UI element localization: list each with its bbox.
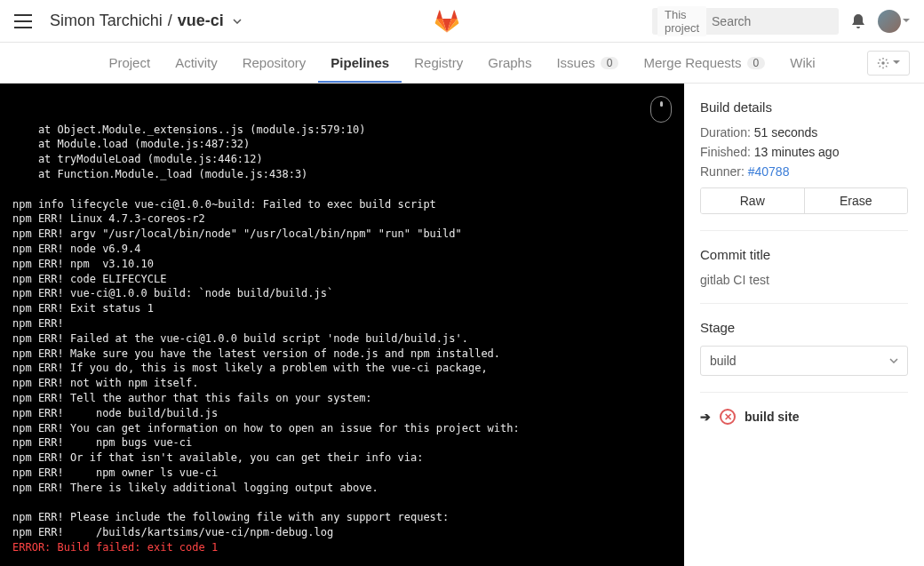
commit-message: gitlab CI test	[700, 273, 908, 287]
avatar	[878, 10, 901, 33]
nav-tabs: Project Activity Repository Pipelines Re…	[0, 43, 924, 84]
chevron-down-icon	[233, 19, 242, 24]
caret-down-icon	[893, 60, 900, 65]
error-line: ERROR: Build failed: exit code 1	[12, 540, 672, 555]
commit-title-heading: Commit title	[700, 247, 908, 262]
gear-icon	[877, 57, 889, 69]
tab-activity[interactable]: Activity	[163, 44, 230, 81]
finished-value: 13 minutes ago	[754, 145, 840, 159]
build-name: build site	[745, 410, 799, 424]
scroll-top-button[interactable]	[650, 96, 672, 123]
tab-merge-requests[interactable]: Merge Requests0	[631, 44, 777, 81]
build-details-title: Build details	[700, 100, 908, 115]
breadcrumb-project: vue-ci	[178, 12, 224, 30]
chevron-down-icon	[889, 358, 898, 363]
breadcrumb-owner: Simon Tarchichi	[50, 12, 163, 30]
erase-button[interactable]: Erase	[805, 188, 908, 213]
settings-dropdown[interactable]	[867, 51, 910, 76]
gitlab-logo[interactable]	[434, 9, 459, 34]
bell-icon[interactable]	[851, 13, 865, 29]
tab-project[interactable]: Project	[96, 44, 163, 81]
tab-repository[interactable]: Repository	[230, 44, 319, 81]
svg-point-1	[881, 61, 885, 65]
duration-value: 51 seconds	[754, 125, 818, 140]
stage-select[interactable]: build	[700, 346, 908, 376]
search-scope: This project	[657, 6, 706, 36]
build-log: at Object.Module._extensions..js (module…	[0, 84, 684, 566]
user-menu[interactable]	[878, 10, 910, 33]
raw-button[interactable]: Raw	[701, 188, 805, 213]
tab-wiki[interactable]: Wiki	[777, 44, 827, 81]
breadcrumb[interactable]: Simon Tarchichi / vue-ci	[50, 12, 242, 30]
arrow-right-icon: ➔	[700, 410, 711, 424]
tab-issues[interactable]: Issues0	[544, 44, 631, 81]
tab-pipelines[interactable]: Pipelines	[318, 44, 402, 83]
failed-status-icon: ✕	[720, 409, 736, 425]
stage-heading: Stage	[700, 320, 908, 335]
search-input[interactable]	[712, 14, 867, 28]
build-item[interactable]: ➔ ✕ build site	[700, 409, 908, 425]
caret-down-icon	[903, 19, 910, 23]
search-box[interactable]: This project	[652, 8, 839, 35]
tab-registry[interactable]: Registry	[402, 44, 475, 81]
hamburger-menu[interactable]	[14, 14, 32, 28]
tab-graphs[interactable]: Graphs	[475, 44, 544, 81]
runner-link[interactable]: #40788	[748, 164, 790, 179]
